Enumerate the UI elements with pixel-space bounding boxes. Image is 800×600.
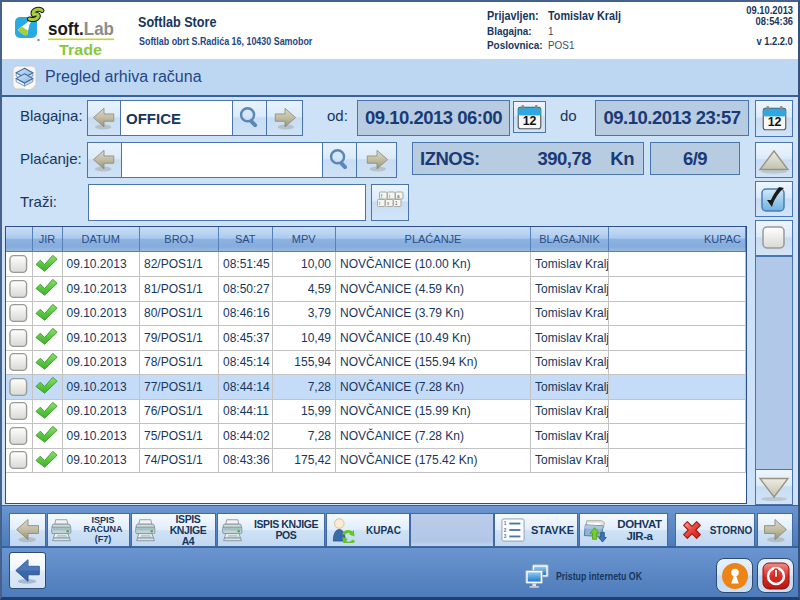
- svg-text:soft.Lab: soft.Lab: [48, 18, 114, 39]
- svg-text:Trade: Trade: [59, 41, 102, 58]
